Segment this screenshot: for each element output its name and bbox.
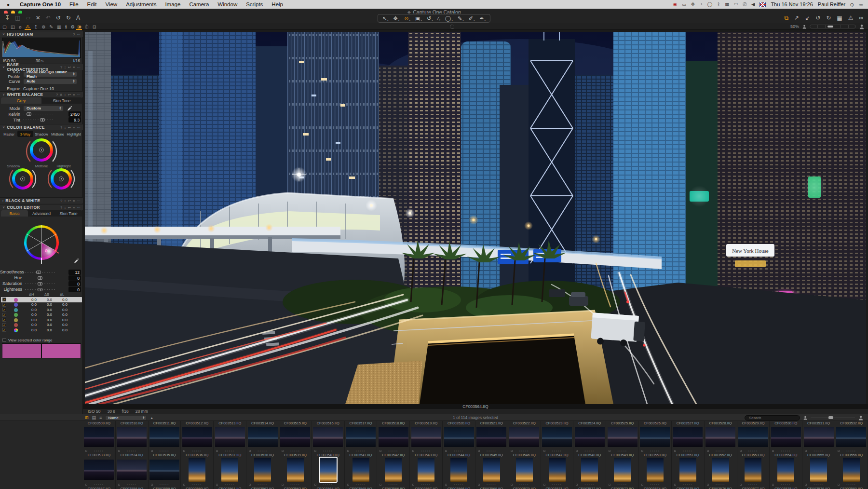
thumbnail[interactable]	[640, 427, 670, 447]
color-row-violet[interactable]: ✓0.00.00.0	[1, 302, 82, 308]
curve-select[interactable]: Auto ▲▼	[23, 79, 77, 84]
thumbnail[interactable]	[385, 458, 402, 482]
rating-cell[interactable]: •••••	[639, 449, 672, 453]
kelvin-value[interactable]: 2450	[68, 111, 81, 117]
panel-header-icon[interactable]: ?	[73, 32, 75, 37]
checkbox-checked-icon[interactable]: ✓	[2, 298, 6, 301]
panel-header-icon[interactable]: ≡	[73, 65, 75, 69]
rating-cell[interactable]: •••••	[410, 483, 443, 487]
thumbnail[interactable]	[215, 427, 245, 447]
rating-dots[interactable]: •••••	[225, 449, 235, 452]
color-tag-checkbox[interactable]	[641, 450, 643, 452]
color-tag-checkbox[interactable]	[805, 450, 807, 452]
ce-tab-skin-tone[interactable]: Skin Tone	[55, 210, 82, 217]
rating-cell[interactable]: •••••	[508, 483, 541, 487]
thumbnail[interactable]	[614, 458, 631, 482]
thumbnail-cell[interactable]	[149, 425, 181, 449]
color-tag-checkbox[interactable]	[412, 450, 414, 452]
rating-cell[interactable]: •••••	[573, 483, 606, 487]
thumbnail[interactable]	[843, 458, 860, 482]
annotate-button[interactable]: A	[76, 14, 80, 21]
tab-info[interactable]: ℹ	[64, 24, 68, 29]
thumbnail[interactable]	[287, 458, 304, 482]
thumbnail[interactable]	[804, 427, 834, 447]
rating-dots[interactable]: •••••	[650, 449, 660, 452]
color-tag-checkbox[interactable]	[118, 450, 120, 452]
color-row-red[interactable]: ✓0.00.00.0	[1, 323, 82, 328]
cb-tab-shadow[interactable]: Shadow	[33, 131, 50, 137]
panel-header-icon[interactable]: ⋯	[77, 205, 81, 210]
rating-cell[interactable]: •••••	[705, 483, 737, 487]
zoom-cursor-button[interactable]: ↙	[805, 14, 810, 21]
color-tag-checkbox[interactable]	[183, 484, 185, 486]
color-tag-checkbox[interactable]	[740, 450, 742, 452]
capture-button[interactable]: ◫	[15, 14, 20, 21]
thumbnail-cell[interactable]	[475, 457, 508, 483]
rating-dots[interactable]: •••••	[748, 449, 759, 452]
spot-tool[interactable]: ◯▾	[443, 15, 455, 22]
color-tag-checkbox[interactable]	[576, 484, 578, 486]
color-tag-checkbox[interactable]	[641, 484, 643, 486]
thumbnail-cell[interactable]	[541, 425, 574, 449]
panel-header-icon[interactable]: ↕	[64, 93, 66, 97]
rating-dots[interactable]: •••••	[585, 483, 595, 486]
thumbnail[interactable]	[647, 458, 664, 482]
thumbnail[interactable]	[149, 427, 179, 447]
rating-dots[interactable]: •••••	[487, 449, 497, 452]
color-tag-checkbox[interactable]	[445, 450, 447, 452]
tab-lens[interactable]: ⌀	[18, 24, 23, 29]
checkbox-checked-icon[interactable]: ✓	[2, 303, 6, 307]
wifi-icon[interactable]: ◠	[734, 1, 738, 7]
checkbox-checked-icon[interactable]: ✓	[2, 313, 6, 317]
thumbnail-cell[interactable]	[606, 425, 639, 449]
sort-direction-icon[interactable]: ▲	[150, 416, 153, 420]
revert-button[interactable]: ↶	[46, 14, 51, 21]
thumbnail-cell[interactable]	[770, 425, 802, 449]
rating-dots[interactable]: •••••	[356, 483, 366, 486]
rating-dots[interactable]: •••••	[650, 483, 660, 486]
thumb-size-large-icon[interactable]	[858, 415, 863, 421]
rating-dots[interactable]: •••••	[94, 483, 104, 486]
panel-header-icon[interactable]: ?	[60, 205, 62, 210]
lightness-slider[interactable]	[25, 287, 55, 292]
thumbnail[interactable]	[346, 427, 376, 447]
multi-view-button[interactable]: ⊞	[76, 24, 82, 29]
color-tag-checkbox[interactable]	[151, 450, 153, 452]
rating-cell[interactable]: •••••	[214, 483, 246, 487]
import-button[interactable]: ↧	[5, 14, 10, 21]
thumbnail-cell[interactable]	[672, 425, 705, 449]
color-tag-checkbox[interactable]	[576, 450, 578, 452]
rating-dots[interactable]: •••••	[290, 449, 300, 452]
color-picker-tool[interactable]: ✒▾	[477, 15, 488, 22]
rating-cell[interactable]: •••••	[246, 483, 279, 487]
color-tag-checkbox[interactable]	[380, 484, 381, 486]
color-tag-checkbox[interactable]	[478, 450, 480, 452]
panel-header-icon[interactable]: ?	[60, 199, 62, 203]
color-tag-checkbox[interactable]	[347, 484, 349, 486]
thumbnail-cell[interactable]	[214, 457, 246, 483]
color-editor-picker-icon[interactable]	[73, 258, 79, 264]
zoom-in-thumb-icon[interactable]	[859, 24, 864, 29]
rating-dots[interactable]: •••••	[716, 449, 726, 452]
crop-tool[interactable]: ▣▾	[413, 15, 424, 22]
saturation-value[interactable]: 0	[68, 281, 81, 286]
thumb-grid-icon[interactable]: ⊞	[85, 415, 89, 420]
rating-dots[interactable]: •••••	[748, 483, 759, 486]
rating-dots[interactable]: •••••	[421, 449, 431, 452]
rating-dots[interactable]: •••••	[258, 449, 268, 452]
rating-cell[interactable]: •••••	[181, 483, 214, 487]
panel-header-icon[interactable]: ⋯	[77, 32, 81, 37]
rating-dots[interactable]: •••••	[290, 483, 300, 486]
thumbnail[interactable]	[836, 427, 866, 447]
thumbnail[interactable]	[673, 427, 703, 447]
thumbnail[interactable]	[280, 427, 310, 447]
cb-tab-master[interactable]: Master	[1, 131, 17, 137]
thumbnail-cell[interactable]	[345, 457, 378, 483]
icc-profile-select[interactable]: Phase One IQ3 100MP Flash ▲▼	[23, 71, 77, 77]
primary-view-button[interactable]: □	[84, 24, 89, 29]
heal-brush-tool[interactable]: ✎▾	[455, 15, 466, 22]
undo-button[interactable]: ↺	[56, 14, 61, 21]
browse-button[interactable]: ⧉	[785, 14, 789, 21]
straighten-tool[interactable]: ↺▾	[424, 15, 435, 22]
panel-header-icon[interactable]: ↩	[68, 65, 71, 69]
